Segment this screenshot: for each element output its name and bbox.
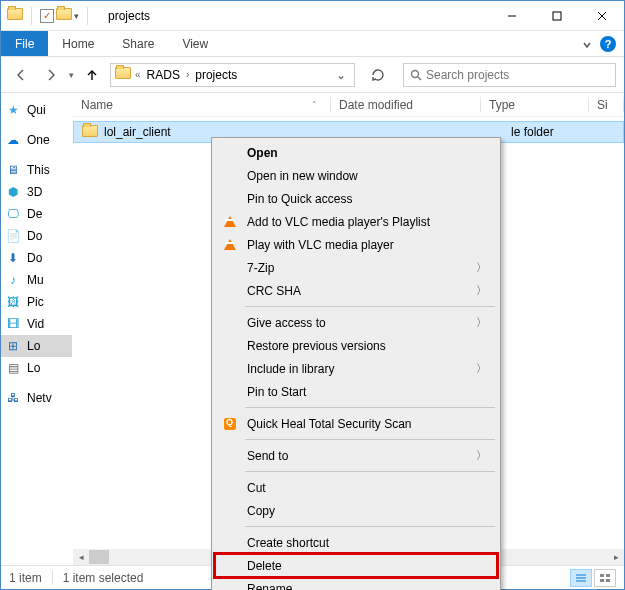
col-date[interactable]: Date modified	[331, 93, 481, 116]
folder-icon	[82, 125, 98, 140]
back-button[interactable]	[9, 63, 33, 87]
folder-icon	[56, 8, 72, 23]
menu-include-library[interactable]: Include in library〉	[215, 357, 497, 380]
col-name[interactable]: Name˄	[73, 93, 331, 116]
quickheal-icon	[224, 418, 236, 430]
details-icon	[575, 573, 587, 583]
search-input[interactable]: Search projects	[403, 63, 616, 87]
svg-point-5	[412, 70, 419, 77]
menu-rename[interactable]: Rename	[215, 577, 497, 590]
sidebar-item-documents[interactable]: 📄Do	[1, 225, 72, 247]
vlc-icon	[224, 216, 236, 227]
view-tab[interactable]: View	[168, 31, 222, 56]
sidebar-item-videos[interactable]: 🎞Vid	[1, 313, 72, 335]
music-icon: ♪	[5, 272, 21, 288]
sidebar-item-pictures[interactable]: 🖼Pic	[1, 291, 72, 313]
folder-icon	[7, 8, 23, 23]
share-tab[interactable]: Share	[108, 31, 168, 56]
menu-cut[interactable]: Cut	[215, 476, 497, 499]
sidebar-item-desktop[interactable]: 🖵De	[1, 203, 72, 225]
svg-line-6	[418, 77, 421, 80]
svg-rect-12	[600, 579, 604, 582]
scroll-left-icon[interactable]: ◂	[73, 549, 89, 565]
menu-separator	[245, 407, 495, 408]
menu-open[interactable]: Open	[215, 141, 497, 164]
menu-copy[interactable]: Copy	[215, 499, 497, 522]
document-icon: 📄	[5, 228, 21, 244]
menu-7zip[interactable]: 7-Zip〉	[215, 256, 497, 279]
forward-button[interactable]	[39, 63, 63, 87]
history-dropdown-icon[interactable]: ▾	[69, 70, 74, 80]
sort-asc-icon: ˄	[312, 100, 323, 110]
col-size[interactable]: Si	[589, 93, 624, 116]
sidebar-item-onedrive[interactable]: ☁One	[1, 129, 72, 151]
chevron-right-icon: 〉	[476, 448, 487, 463]
menu-separator	[245, 526, 495, 527]
menu-send-to[interactable]: Send to〉	[215, 444, 497, 467]
menu-pin-start[interactable]: Pin to Start	[215, 380, 497, 403]
menu-vlc-play[interactable]: Play with VLC media player	[215, 233, 497, 256]
selection-count: 1 item selected	[63, 571, 144, 585]
search-placeholder: Search projects	[426, 68, 509, 82]
sidebar-item-music[interactable]: ♪Mu	[1, 269, 72, 291]
ribbon-expand-icon[interactable]	[582, 39, 592, 49]
pc-icon: 🖥	[5, 162, 21, 178]
scroll-right-icon[interactable]: ▸	[608, 549, 624, 565]
picture-icon: 🖼	[5, 294, 21, 310]
qat-dropdown-icon[interactable]: ▾	[74, 11, 79, 21]
sidebar-item-thispc[interactable]: 🖥This	[1, 159, 72, 181]
svg-rect-13	[606, 579, 610, 582]
minimize-button[interactable]	[489, 1, 534, 30]
chevron-right-icon: 〉	[476, 361, 487, 376]
up-button[interactable]	[80, 63, 104, 87]
sidebar-item-local1[interactable]: ⊞Lo	[1, 335, 72, 357]
breadcrumb[interactable]: RADS	[145, 68, 182, 82]
titlebar: ✓ ▾ projects	[1, 1, 624, 31]
nav-pane: ★Qui ☁One 🖥This ⬢3D 🖵De 📄Do ⬇Do ♪Mu 🖼Pic…	[1, 93, 73, 565]
drive-icon: ▤	[5, 360, 21, 376]
menu-delete[interactable]: Delete	[215, 554, 497, 577]
item-count: 1 item	[9, 571, 42, 585]
sidebar-item-local2[interactable]: ▤Lo	[1, 357, 72, 379]
help-button[interactable]: ?	[600, 36, 616, 52]
menu-open-new-window[interactable]: Open in new window	[215, 164, 497, 187]
file-type: le folder	[511, 125, 554, 139]
sidebar-item-3d[interactable]: ⬢3D	[1, 181, 72, 203]
sidebar-item-downloads[interactable]: ⬇Do	[1, 247, 72, 269]
menu-restore[interactable]: Restore previous versions	[215, 334, 497, 357]
maximize-button[interactable]	[534, 1, 579, 30]
menu-give-access[interactable]: Give access to〉	[215, 311, 497, 334]
details-view-button[interactable]	[570, 569, 592, 587]
breadcrumb[interactable]: projects	[193, 68, 239, 82]
sidebar-item-quick[interactable]: ★Qui	[1, 99, 72, 121]
video-icon: 🎞	[5, 316, 21, 332]
quick-access-toolbar: ✓ ▾	[1, 7, 100, 25]
star-icon: ★	[5, 102, 21, 118]
scroll-thumb[interactable]	[89, 550, 109, 564]
sidebar-item-network[interactable]: 🖧Netv	[1, 387, 72, 409]
address-bar[interactable]: « RADS › projects ⌄	[110, 63, 355, 87]
refresh-button[interactable]	[365, 63, 391, 87]
desktop-icon: 🖵	[5, 206, 21, 222]
cube-icon: ⬢	[5, 184, 21, 200]
menu-vlc-add[interactable]: Add to VLC media player's Playlist	[215, 210, 497, 233]
menu-crc[interactable]: CRC SHA〉	[215, 279, 497, 302]
svg-rect-11	[606, 574, 610, 577]
cloud-icon: ☁	[5, 132, 21, 148]
address-dropdown-icon[interactable]: ⌄	[332, 68, 350, 82]
nav-bar: ▾ « RADS › projects ⌄ Search projects	[1, 57, 624, 93]
menu-quickheal[interactable]: Quick Heal Total Security Scan	[215, 412, 497, 435]
close-button[interactable]	[579, 1, 624, 30]
col-type[interactable]: Type	[481, 93, 589, 116]
menu-create-shortcut[interactable]: Create shortcut	[215, 531, 497, 554]
file-name: lol_air_client	[104, 125, 171, 139]
menu-pin-quick[interactable]: Pin to Quick access	[215, 187, 497, 210]
home-tab[interactable]: Home	[48, 31, 108, 56]
explorer-window: ✓ ▾ projects File Home Share View ? ▾ «	[0, 0, 625, 590]
svg-rect-1	[553, 12, 561, 20]
properties-qat-icon[interactable]: ✓	[40, 9, 54, 23]
chevron-right-icon: 〉	[476, 283, 487, 298]
column-headers: Name˄ Date modified Type Si	[73, 93, 624, 117]
thumbnails-view-button[interactable]	[594, 569, 616, 587]
file-tab[interactable]: File	[1, 31, 48, 56]
